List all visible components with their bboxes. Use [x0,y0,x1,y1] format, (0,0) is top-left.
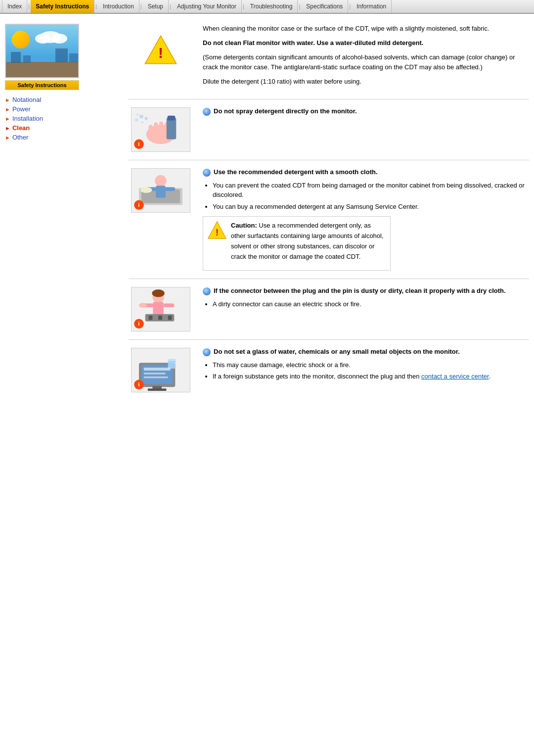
intro-text-1: When cleaning the monitor case or the su… [203,24,529,34]
sidebar-item-installation[interactable]: ► Installation [5,115,119,122]
content-area: ! When cleaning the monitor case or the … [119,24,529,400]
nav-introduction[interactable]: Introduction [98,0,139,13]
svg-point-4 [51,34,67,44]
svg-rect-53 [168,359,176,369]
nav-information[interactable]: Information [352,0,392,13]
arrow-notational-icon: ► [5,97,10,103]
glass-illustration: i [131,348,190,392]
connector-text: If the connector between the plug and th… [203,287,529,313]
svg-rect-15 [159,121,163,135]
cloth-bullet-icon [203,169,211,177]
navigation-bar: Index | Safety Instructions | Introducti… [0,0,534,14]
connector-bullets: A dirty connector can cause an electric … [203,299,529,309]
svg-point-21 [135,118,138,121]
cloth-heading: Use the recommended detergent with a smo… [203,168,529,177]
nav-sep-4: | [169,0,172,13]
svg-text:!: ! [216,228,219,237]
svg-text:i: i [138,141,139,147]
sidebar-link-other[interactable]: Other [12,134,29,141]
svg-point-19 [145,117,148,120]
svg-rect-57 [144,376,168,378]
connector-bullet-1: A dirty connector can cause an electric … [213,299,529,309]
warning-triangle-icon: ! [143,34,178,66]
sidebar-link-clean[interactable]: Clean [12,124,30,132]
sidebar-link-power[interactable]: Power [12,105,31,113]
nav-troubleshooting[interactable]: Troubleshooting [245,0,298,13]
svg-point-28 [155,175,166,187]
nav-specifications[interactable]: Specifications [301,0,348,13]
svg-rect-17 [167,118,177,140]
nav-index[interactable]: Index [2,0,27,13]
sidebar-image-label: Safety Instructions [5,80,79,90]
sidebar-item-power[interactable]: ► Power [5,105,119,113]
svg-rect-55 [144,368,171,371]
caution-text: Caution: Use a recommended detergent onl… [231,221,386,262]
warning-image-container: ! [129,24,193,66]
svg-rect-14 [154,122,158,136]
connector-image-container: i [129,287,193,331]
connector-heading: If the connector between the plug and th… [203,287,529,295]
cloth-bullet-1: You can prevent the coated CDT from bein… [213,181,529,200]
connector-heading-text: If the connector between the plug and th… [214,287,506,294]
glass-bullet-1: This may cause damage, electric shock or… [213,360,529,370]
svg-rect-6 [11,52,21,63]
sidebar-link-installation[interactable]: Installation [12,115,43,122]
service-center-link[interactable]: contact a service center [421,373,489,380]
section-spray: i Do not spray detergent directly on the… [129,99,529,160]
nav-sep-5: | [242,0,245,13]
nav-sep-1: | [27,0,31,13]
nav-sep-3: | [139,0,143,13]
svg-text:!: ! [158,45,163,61]
svg-rect-52 [148,388,167,391]
nav-safety-instructions[interactable]: Safety Instructions [31,0,94,13]
svg-rect-7 [23,55,31,63]
main-container: Safety Instructions ► Notational ► Power… [0,14,534,410]
glass-heading-text: Do not set a glass of water, chemicals o… [214,348,460,355]
arrow-installation-icon: ► [5,116,10,122]
svg-text:i: i [138,201,139,208]
sidebar: Safety Instructions ► Notational ► Power… [5,24,119,400]
caution-triangle-icon: ! [207,221,227,241]
svg-rect-9 [69,53,78,62]
sidebar-item-notational[interactable]: ► Notational [5,96,119,103]
svg-point-20 [139,115,143,119]
section-intro: ! When cleaning the monitor case or the … [129,24,529,99]
svg-point-23 [136,114,138,116]
glass-bullet-icon [203,348,211,356]
svg-point-38 [152,289,164,297]
caution-bold-label: Caution: [231,222,257,229]
glass-image-container: i [129,348,193,392]
svg-rect-56 [144,373,166,375]
svg-rect-18 [168,116,176,121]
nav-adjusting[interactable]: Adjusting Your Monitor [172,0,242,13]
svg-text:i: i [138,320,139,327]
svg-point-32 [140,187,152,193]
arrow-other-icon: ► [5,135,10,141]
nav-setup[interactable]: Setup [143,0,169,13]
sidebar-image [5,24,79,78]
sidebar-item-clean[interactable]: ► Clean [5,124,119,132]
spray-heading: Do not spray detergent directly on the m… [203,107,529,116]
svg-rect-41 [164,303,175,307]
glass-bullets: This may cause damage, electric shock or… [203,360,529,381]
cloth-illustration: i [131,168,190,213]
cloth-heading-text: Use the recommended detergent with a smo… [214,168,378,176]
sidebar-item-other[interactable]: ► Other [5,134,119,141]
svg-point-22 [141,121,143,123]
spray-bullet-icon [203,108,211,116]
glass-bullet-2: If a foreign substance gets into the mon… [213,372,529,381]
cloth-text: Use the recommended detergent with a smo… [203,168,529,271]
spray-illustration: i [131,107,190,152]
svg-rect-29 [156,186,166,197]
svg-rect-44 [149,315,153,320]
svg-rect-46 [168,315,172,320]
section-connector: i If the connector between the plug and … [129,279,529,340]
sidebar-navigation: ► Notational ► Power ► Installation ► Cl… [5,96,119,141]
intro-text-4: Dilute the detergent (1:10 ratio) with w… [203,77,529,87]
nav-sep-6: | [298,0,301,13]
sidebar-link-notational[interactable]: Notational [12,96,42,103]
spray-image-container: i [129,107,193,152]
arrow-clean-icon: ► [5,125,10,131]
svg-rect-5 [6,62,79,78]
svg-rect-8 [55,48,68,62]
